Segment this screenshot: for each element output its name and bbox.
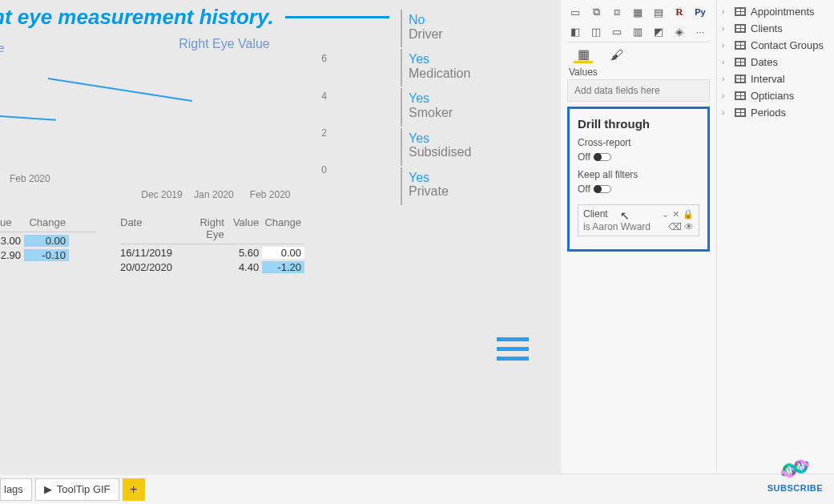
viz-kpi-icon[interactable]: ⧉ — [588, 5, 604, 19]
col-date[interactable]: Date — [120, 216, 182, 240]
page-tab[interactable]: lags — [0, 478, 32, 501]
field-table-interval[interactable]: ›Interval — [722, 71, 829, 87]
field-table-dates[interactable]: ›Dates — [722, 54, 829, 71]
values-field-well[interactable]: Add data fields here — [567, 79, 710, 102]
chevron-down-icon[interactable]: ⌄ — [662, 209, 669, 220]
viz-r-icon[interactable]: R — [671, 5, 687, 19]
viz-custom-icon[interactable]: ◩ — [651, 24, 667, 38]
table-row[interactable]: 16/11/2019 5.60 0.00 — [120, 244, 304, 259]
eraser-icon[interactable]: ⌫ — [668, 221, 682, 232]
viz-gallery: ▭ ⧉ ⧈ ▦ ▤ R Py ◧ ◫ ▭ ▥ ◩ ◈ ··· — [567, 5, 710, 38]
drill-through-title: Drill through — [578, 117, 699, 131]
left-table[interactable]: alue Change 3.00 0.00 2.90 -0.10 — [0, 216, 96, 261]
flag-subsidised[interactable]: YesSubsidised — [401, 128, 537, 166]
keep-filters-label: Keep all filters — [578, 169, 699, 180]
cross-report-label: Cross-report — [578, 137, 699, 148]
hamburger-menu-icon[interactable] — [497, 337, 529, 361]
viz-qna-icon[interactable]: ▭ — [609, 24, 625, 38]
field-filter-text: is Aaron Wward — [583, 221, 651, 232]
viz-paginated-icon[interactable]: ▥ — [630, 24, 646, 38]
y-tick: 0 — [321, 164, 327, 175]
right-table[interactable]: Date Right Eye Value Change 16/11/2019 5… — [120, 216, 304, 273]
left-chart-stub: ue — [0, 42, 24, 119]
field-table-opticians[interactable]: ›Opticians — [722, 87, 829, 104]
viz-arcgis-icon[interactable]: ◈ — [671, 24, 687, 38]
viz-table-icon[interactable]: ▦ — [630, 5, 646, 19]
y-tick: 4 — [321, 91, 327, 102]
viz-keyinfluencers-icon[interactable]: ◧ — [567, 24, 583, 38]
table-icon — [735, 58, 746, 67]
field-table-appointments[interactable]: ›Appointments — [722, 3, 829, 20]
fields-mode-icon[interactable]: ▦ — [574, 47, 593, 63]
table-row[interactable]: 20/02/2020 4.40 -1.20 — [120, 259, 304, 273]
x-tick: Feb 2020 — [250, 189, 291, 200]
table-icon — [735, 108, 746, 117]
table-icon — [735, 7, 746, 16]
viz-more-icon[interactable]: ··· — [692, 24, 708, 38]
page-tab-tooltip-gif[interactable]: ▶ ToolTip GIF — [35, 478, 119, 501]
flag-driver[interactable]: NoDriver — [401, 10, 537, 47]
keep-filters-toggle[interactable]: Off — [578, 183, 699, 195]
field-name: Client — [583, 208, 608, 220]
field-table-periods[interactable]: ›Periods — [722, 104, 829, 121]
visualizations-pane: ▭ ⧉ ⧈ ▦ ▤ R Py ◧ ◫ ▭ ▥ ◩ ◈ ··· ▦ 🖌 Value… — [561, 0, 717, 504]
col-change[interactable]: Change — [262, 216, 304, 240]
drill-field-client[interactable]: Client ⌄ ✕ 🔒 is Aaron Wward ⌫ 👁 ↖ — [578, 204, 699, 236]
eye-icon[interactable]: 👁 — [684, 221, 694, 232]
x-tick: Dec 2019 — [141, 189, 182, 200]
viz-matrix-icon[interactable]: ▤ — [651, 5, 667, 19]
flag-smoker[interactable]: YesSmoker — [401, 88, 537, 126]
table-icon — [735, 24, 746, 33]
flags-list: NoDriver YesMedication YesSmoker YesSubs… — [401, 10, 537, 207]
flag-private[interactable]: YesPrivate — [401, 167, 537, 205]
title-divider — [285, 16, 389, 18]
lock-icon[interactable]: 🔒 — [683, 209, 694, 220]
gif-icon: ▶ — [44, 483, 52, 495]
flag-medication[interactable]: YesMedication — [401, 49, 537, 87]
viz-python-icon[interactable]: Py — [692, 5, 708, 19]
y-tick: 6 — [321, 53, 327, 64]
add-page-button[interactable]: + — [123, 478, 145, 501]
viz-card-icon[interactable]: ▭ — [567, 5, 583, 19]
table-icon — [735, 91, 746, 100]
right-eye-chart[interactable]: Right Eye Value 0 2 4 6 Dec 2019 Jan 202… — [120, 37, 328, 197]
format-mode-icon[interactable]: 🖌 — [607, 47, 627, 63]
viz-decomp-icon[interactable]: ◫ — [588, 24, 604, 38]
col-change[interactable]: Change — [24, 216, 69, 228]
table-row[interactable]: 2.90 -0.10 — [0, 247, 96, 261]
col-right-eye[interactable]: Right Eye — [182, 216, 228, 240]
page-title: nt eye measurement history. — [0, 5, 274, 30]
viz-slicer-icon[interactable]: ⧈ — [609, 5, 625, 19]
chart-title: Right Eye Value — [120, 37, 328, 51]
page-tab-bar: lags ▶ ToolTip GIF + — [0, 474, 834, 504]
col-value[interactable]: Value — [228, 216, 262, 240]
y-tick: 2 — [321, 127, 327, 139]
cross-report-toggle[interactable]: Off — [578, 151, 699, 163]
table-icon — [735, 75, 746, 83]
table-row[interactable]: 3.00 0.00 — [0, 232, 96, 247]
col-value[interactable]: alue — [0, 216, 24, 228]
table-icon — [735, 41, 746, 50]
subscribe-watermark: 🧬 SUBSCRIBE — [768, 457, 823, 493]
fields-pane: ›Appointments ›Clients ›Contact Groups ›… — [717, 0, 834, 504]
field-table-contact-groups[interactable]: ›Contact Groups — [722, 37, 829, 54]
values-label: Values — [569, 67, 710, 78]
field-table-clients[interactable]: ›Clients — [722, 20, 829, 37]
x-tick: Jan 2020 — [194, 189, 233, 200]
close-icon[interactable]: ✕ — [672, 209, 679, 220]
left-chart-title-stub: ue — [0, 42, 24, 54]
drill-through-section: Drill through Cross-report Off Keep all … — [567, 107, 710, 252]
